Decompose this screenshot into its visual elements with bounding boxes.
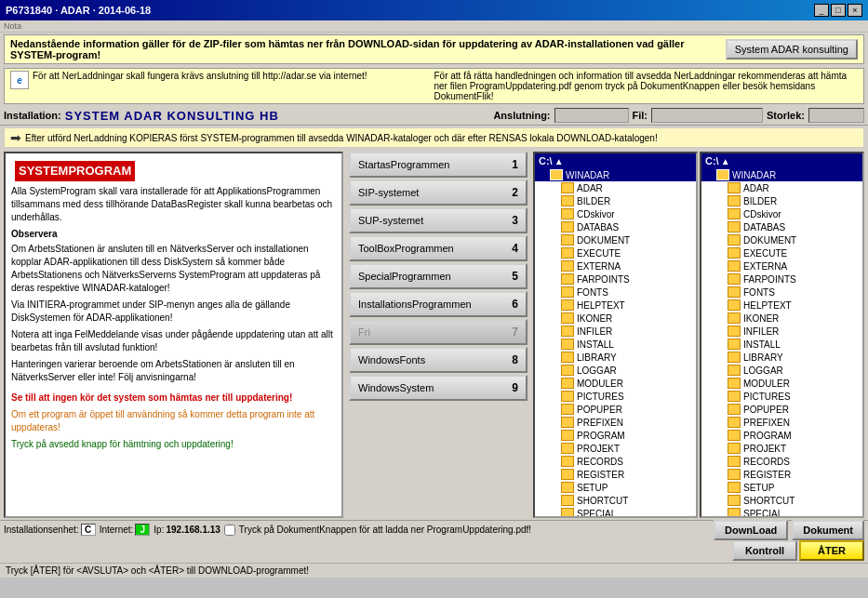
para3: Via INITIERA-programmet under SIP-menyn … xyxy=(11,299,336,325)
btn-label-2: SIP-systemet xyxy=(358,187,419,198)
close-button[interactable]: × xyxy=(848,4,862,17)
ater-button[interactable]: ÅTER xyxy=(799,540,864,561)
tree2-item[interactable]: SHORTCUT xyxy=(701,494,862,507)
tree1-item-label: LIBRARY xyxy=(577,352,617,363)
fil-value xyxy=(651,108,763,123)
tree1-item-label: INSTALL xyxy=(577,339,614,350)
dokument-button[interactable]: Dokument xyxy=(792,520,864,540)
program-btn-5[interactable]: SpecialProgrammen5 xyxy=(349,263,527,289)
tree1-item[interactable]: RECORDS xyxy=(535,455,696,468)
tree1-item[interactable]: FARPOINTS xyxy=(535,272,696,286)
tree2-item-label: SETUP xyxy=(743,483,774,493)
tree2-item[interactable]: DOKUMENT xyxy=(701,233,862,246)
program-btn-4[interactable]: ToolBoxProgrammen4 xyxy=(349,235,527,261)
tree2-item[interactable]: SETUP xyxy=(701,481,862,494)
tree1-scroll-up[interactable]: ▲ xyxy=(554,156,564,166)
tree1-item[interactable]: CDskivor xyxy=(535,207,696,220)
kontroll-button[interactable]: Kontroll xyxy=(732,540,797,561)
tree1-item[interactable]: SHORTCUT xyxy=(535,494,696,507)
tree2-item[interactable]: FARPOINTS xyxy=(701,272,862,286)
tree1-item[interactable]: INFILER xyxy=(535,325,696,338)
tree2-item[interactable]: PICTURES xyxy=(701,390,862,403)
tree1-item[interactable]: EXECUTE xyxy=(535,246,696,259)
tree1-item[interactable]: LIBRARY xyxy=(535,351,696,364)
program-btn-9[interactable]: WindowsSystem9 xyxy=(349,375,527,401)
tree2-item[interactable]: IKONER xyxy=(701,312,862,325)
program-btn-2[interactable]: SIP-systemet2 xyxy=(349,179,527,206)
tree2-item[interactable]: CDskivor xyxy=(701,207,862,220)
tree2-item[interactable]: INFILER xyxy=(701,325,862,338)
tree2-item[interactable]: LIBRARY xyxy=(701,351,862,364)
tree2-item[interactable]: DATABAS xyxy=(701,220,862,233)
tree2-item[interactable]: BILDER xyxy=(701,194,862,207)
tree1-item-label: REGISTER xyxy=(577,470,624,480)
tree1-item[interactable]: EXTERNA xyxy=(535,259,696,272)
tree2-item[interactable]: PROGRAM xyxy=(701,429,862,442)
tree1-item[interactable]: HELPTEXT xyxy=(535,299,696,312)
tree2-item[interactable]: EXECUTE xyxy=(701,246,862,259)
tree2-item[interactable]: MODULER xyxy=(701,377,862,390)
tree1-item[interactable]: PICTURES xyxy=(535,390,696,403)
para1: Alla SystemProgram skall vara installera… xyxy=(11,185,336,224)
tree1-item[interactable]: REGISTER xyxy=(535,468,696,481)
info-row: e För att NerLaddningar skall fungera kr… xyxy=(4,68,864,104)
tree2-item[interactable]: PREFIXEN xyxy=(701,416,862,429)
download-button[interactable]: DownLoad xyxy=(714,520,788,540)
tree1-item-label: LOGGAR xyxy=(577,365,617,376)
tree2-item[interactable]: REGISTER xyxy=(701,468,862,481)
tree1-item[interactable]: PROGRAM xyxy=(535,429,696,442)
tree1-item[interactable]: ADAR xyxy=(535,181,696,194)
tree2-item[interactable]: RECORDS xyxy=(701,455,862,468)
folder-icon xyxy=(561,430,574,441)
tree2-scroll-up[interactable]: ▲ xyxy=(721,156,730,166)
tree2-item[interactable]: SPECIAL xyxy=(701,507,862,518)
tree1-item[interactable]: POPUPER xyxy=(535,403,696,416)
tree1-item[interactable]: PROJEKT xyxy=(535,442,696,455)
tree1-item[interactable]: IKONER xyxy=(535,312,696,325)
tree2-item[interactable]: ADAR xyxy=(701,181,862,194)
folder-icon xyxy=(561,443,574,454)
content-area: SYSTEMPROGRAM Alla SystemProgram skall v… xyxy=(4,152,864,518)
program-btn-1[interactable]: StartasProgrammen1 xyxy=(349,152,527,178)
copy-notice-text: Efter utförd NerLaddning KOPIERAS först … xyxy=(25,133,658,143)
tree2-item-label: LOGGAR xyxy=(743,365,783,376)
tree1-item[interactable]: DATABAS xyxy=(535,220,696,233)
tree1-item[interactable]: INSTALL xyxy=(535,338,696,351)
tree2-item[interactable]: FONTS xyxy=(701,286,862,299)
tree1-item[interactable]: PREFIXEN xyxy=(535,416,696,429)
tree2-item[interactable]: INSTALL xyxy=(701,338,862,351)
tree1-item-label: PROJEKT xyxy=(577,444,620,454)
program-btn-8[interactable]: WindowsFonts8 xyxy=(349,347,527,373)
tree1-item[interactable]: LOGGAR xyxy=(535,364,696,377)
tree1-item[interactable]: BILDER xyxy=(535,194,696,207)
tree1-item[interactable]: DOKUMENT xyxy=(535,233,696,246)
tree2-item[interactable]: EXTERNA xyxy=(701,259,862,272)
tree2-item-label: ADAR xyxy=(743,183,769,193)
folder-icon xyxy=(728,247,741,259)
tree1-item-label: FARPOINTS xyxy=(577,274,630,285)
window-controls: _ □ × xyxy=(814,4,862,17)
window-title: P6731840 · ADAR · 2014-06-18 xyxy=(6,5,151,16)
system-adar-button[interactable]: System ADAR konsulting xyxy=(726,39,858,60)
maximize-button[interactable]: □ xyxy=(831,4,846,17)
tree2-root[interactable]: WINADAR xyxy=(701,168,862,181)
tree1-item[interactable]: SPECIAL xyxy=(535,507,696,518)
tree2-item[interactable]: PROJEKT xyxy=(701,442,862,455)
program-btn-3[interactable]: SUP-systemet3 xyxy=(349,207,527,233)
btn-num-1: 1 xyxy=(512,158,518,171)
tree2-item[interactable]: POPUPER xyxy=(701,403,862,416)
folder-icon xyxy=(561,260,574,272)
tree2-item[interactable]: HELPTEXT xyxy=(701,299,862,312)
tree1-item-label: DOKUMENT xyxy=(577,235,630,246)
folder-icon xyxy=(561,404,574,415)
tree1-item[interactable]: FONTS xyxy=(535,286,696,299)
tree1-root[interactable]: WINADAR xyxy=(535,168,696,181)
program-btn-6[interactable]: InstallationsProgrammen6 xyxy=(349,291,527,317)
tree2-item-label: CDskivor xyxy=(743,209,781,219)
dokument-checkbox[interactable] xyxy=(224,525,235,536)
tree1-item[interactable]: MODULER xyxy=(535,377,696,390)
tree2-item[interactable]: LOGGAR xyxy=(701,364,862,377)
tree1-item-label: SPECIAL xyxy=(577,509,616,519)
tree1-item[interactable]: SETUP xyxy=(535,481,696,494)
minimize-button[interactable]: _ xyxy=(814,4,829,17)
